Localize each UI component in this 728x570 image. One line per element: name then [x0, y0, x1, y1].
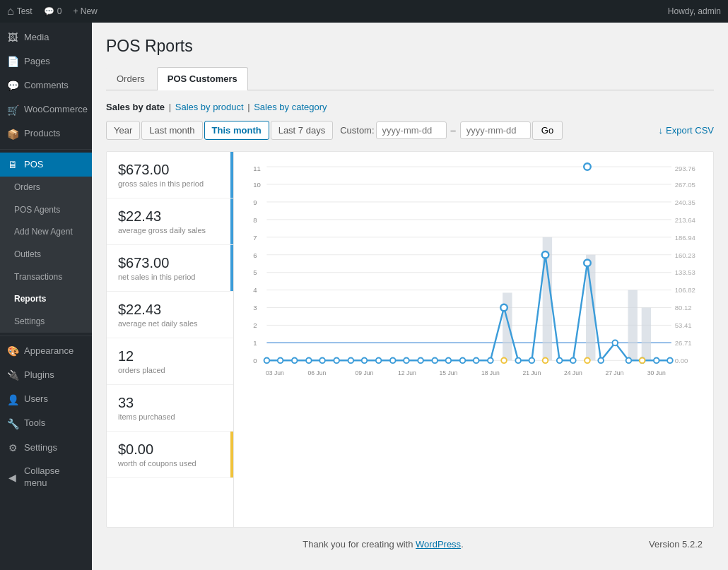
svg-point-73	[501, 357, 507, 363]
sales-filter-current: Sales by date	[106, 102, 165, 112]
submenu-orders-label: Orders	[14, 182, 40, 194]
svg-text:1: 1	[253, 339, 257, 347]
appearance-icon: 🎨	[7, 345, 18, 357]
stat-items-label: items purchased	[118, 412, 222, 421]
sidebar-item-pos[interactable]: 🖥 POS	[0, 153, 92, 177]
submenu-transactions[interactable]: Transactions	[0, 266, 92, 289]
stats-panel: $673.00 gross sales in this period $22.4…	[107, 152, 234, 527]
sidebar-item-settings[interactable]: ⚙ Settings	[0, 436, 92, 460]
svg-text:5: 5	[253, 268, 257, 276]
sidebar: 🖼 Media 📄 Pages 💬 Comments 🛒 WooCommerce…	[0, 23, 92, 570]
export-csv-button[interactable]: ↓ Export CSV	[659, 125, 714, 136]
sidebar-label-collapse: Collapse menu	[24, 465, 85, 489]
svg-point-54	[432, 357, 438, 363]
stat-gross-sales-value: $673.00	[118, 162, 222, 178]
svg-point-74	[543, 357, 548, 363]
period-lastmonth-btn[interactable]: Last month	[141, 121, 202, 140]
sidebar-item-users[interactable]: 👤 Users	[0, 388, 92, 412]
svg-point-62	[542, 251, 549, 259]
stat-coupons: $0.00 worth of coupons used	[107, 432, 233, 478]
sidebar-label-tools: Tools	[24, 417, 45, 429]
submenu-pos-agents[interactable]: POS Agents	[0, 199, 92, 222]
svg-text:09 Jun: 09 Jun	[356, 369, 374, 376]
stat-bar-avg-gross	[230, 198, 233, 244]
sidebar-item-products[interactable]: 📦 Products	[0, 122, 92, 146]
stat-gross-sales: $673.00 gross sales in this period	[107, 152, 233, 198]
pos-icon: 🖥	[7, 158, 18, 171]
svg-point-42	[264, 357, 270, 363]
report-body: $673.00 gross sales in this period $22.4…	[106, 151, 714, 528]
sales-by-category-link[interactable]: Sales by category	[254, 102, 327, 112]
svg-point-76	[640, 357, 645, 363]
svg-rect-41	[642, 308, 651, 361]
adminbar-site[interactable]: ⌂ Test	[7, 5, 33, 18]
submenu-reports[interactable]: Reports	[0, 288, 92, 311]
period-year-btn[interactable]: Year	[106, 121, 140, 140]
stat-bar-gross	[230, 152, 233, 198]
date-to-input[interactable]	[460, 121, 531, 139]
svg-text:26.71: 26.71	[675, 339, 692, 347]
adminbar-user[interactable]: Howdy, admin	[668, 6, 721, 16]
svg-point-75	[585, 357, 590, 363]
submenu-outlets-label: Outlets	[14, 249, 41, 261]
sidebar-item-collapse[interactable]: ◀ Collapse menu	[0, 460, 92, 495]
svg-text:240.35: 240.35	[675, 198, 695, 206]
tab-pos-customers[interactable]: POS Customers	[157, 67, 248, 90]
sidebar-item-pages[interactable]: 📄 Pages	[0, 49, 92, 73]
collapse-icon: ◀	[7, 471, 18, 484]
submenu-add-new-agent-label: Add New Agent	[14, 227, 73, 238]
svg-text:18 Jun: 18 Jun	[481, 369, 500, 376]
stat-net-sales: $673.00 net sales in this period	[107, 245, 233, 292]
submenu-settings[interactable]: Settings	[0, 311, 92, 333]
svg-text:8: 8	[253, 216, 257, 224]
date-dash: –	[451, 125, 456, 136]
svg-text:21 Jun: 21 Jun	[522, 369, 541, 376]
submenu-orders[interactable]: Orders	[0, 177, 92, 199]
stat-bar-net	[230, 245, 233, 291]
sidebar-item-media[interactable]: 🖼 Media	[0, 25, 92, 49]
svg-rect-40	[628, 290, 637, 361]
svg-text:30 Jun: 30 Jun	[647, 369, 666, 376]
adminbar-new[interactable]: + New	[73, 6, 97, 16]
stat-net-sales-label: net sales in this period	[118, 273, 222, 281]
sidebar-item-woocommerce[interactable]: 🛒 WooCommerce	[0, 98, 92, 122]
svg-point-69	[626, 357, 632, 363]
wp-version: Version 5.2.2	[649, 539, 703, 550]
submenu-outlets[interactable]: Outlets	[0, 244, 92, 266]
svg-text:24 Jun: 24 Jun	[564, 369, 582, 376]
media-icon: 🖼	[7, 31, 18, 44]
svg-text:0: 0	[253, 357, 257, 364]
svg-point-50	[376, 357, 382, 363]
stat-avg-gross: $22.43 average gross daily sales	[107, 198, 233, 245]
submenu-transactions-label: Transactions	[14, 272, 62, 283]
users-icon: 👤	[7, 393, 18, 406]
sales-by-product-link[interactable]: Sales by product	[175, 102, 244, 112]
svg-text:3: 3	[253, 304, 257, 311]
comments-icon: 💬	[7, 79, 18, 92]
stat-bar-coupons	[230, 432, 233, 477]
wordpress-link[interactable]: WordPress	[416, 539, 461, 550]
date-from-input[interactable]	[376, 121, 447, 139]
period-last7days-btn[interactable]: Last 7 days	[271, 121, 334, 140]
sidebar-item-appearance[interactable]: 🎨 Appearance	[0, 339, 92, 363]
period-thismonth-btn[interactable]: This month	[204, 121, 269, 140]
svg-point-44	[292, 357, 298, 363]
sidebar-label-media: Media	[24, 32, 49, 44]
sidebar-label-comments: Comments	[24, 80, 69, 92]
svg-point-63	[557, 357, 563, 363]
stat-coupons-value: $0.00	[118, 441, 222, 458]
submenu-add-new-agent[interactable]: Add New Agent	[0, 221, 92, 244]
svg-point-55	[446, 357, 452, 363]
adminbar-comments[interactable]: 💬 0	[44, 6, 62, 16]
sidebar-item-comments[interactable]: 💬 Comments	[0, 73, 92, 97]
sidebar-item-plugins[interactable]: 🔌 Plugins	[0, 363, 92, 387]
svg-text:106.82: 106.82	[675, 286, 695, 294]
stat-orders-value: 12	[118, 348, 222, 364]
sidebar-item-tools[interactable]: 🔧 Tools	[0, 412, 92, 436]
svg-text:160.23: 160.23	[675, 251, 695, 259]
go-button[interactable]: Go	[532, 121, 563, 140]
main-content: POS Rports Orders POS Customers Sales by…	[92, 23, 728, 570]
svg-point-72	[667, 357, 673, 363]
tab-orders[interactable]: Orders	[106, 67, 155, 90]
svg-text:27 Jun: 27 Jun	[605, 369, 623, 376]
